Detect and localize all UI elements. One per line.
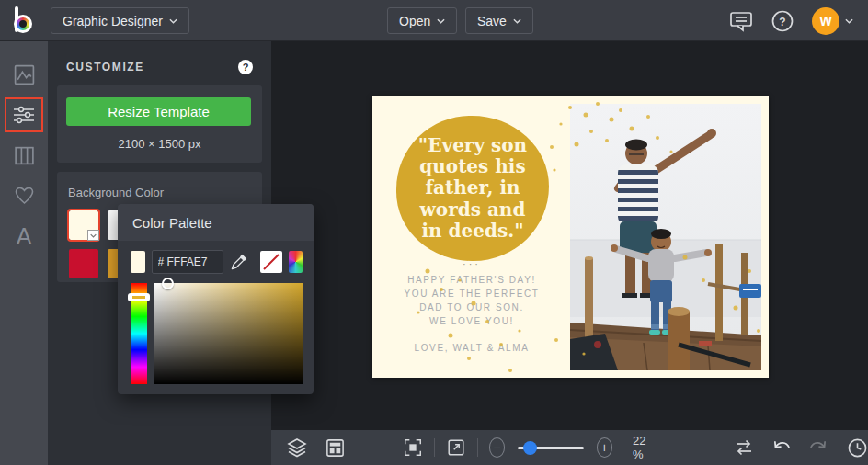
undo-button[interactable] [771,438,793,457]
app-title-menu[interactable]: Graphic Designer [51,7,189,34]
open-label: Open [399,14,430,28]
zoom-percent: 22 % [633,434,654,461]
fit-screen-icon [403,437,423,458]
save-label: Save [477,14,507,28]
sidebar-item-favorites[interactable] [0,176,48,216]
active-tool-outline [5,97,43,132]
avatar: W [812,7,839,35]
redo-button[interactable] [807,438,828,457]
no-color-swatch[interactable] [260,251,282,273]
layers-icon [286,437,308,459]
chevron-down-icon [90,233,97,238]
undo-icon [771,438,793,457]
canvas-workspace[interactable]: "Every son quotes his father, in words a… [271,41,868,430]
card-message[interactable]: HAPPY FATHER'S DAY! YOU ARE THE PERFECT … [372,273,571,328]
zoom-in-button[interactable]: + [597,437,612,458]
tool-rail: A [0,41,48,465]
fullscreen-button[interactable] [446,437,466,458]
layers-button[interactable] [286,437,308,459]
toolbar-divider [434,438,435,457]
color-palette-title: Color Palette [118,204,314,241]
layout-icon [325,437,346,459]
heart-icon [13,185,36,207]
zoom-slider-handle[interactable] [523,441,537,455]
hue-slider[interactable] [131,283,147,384]
saturation-value-handle[interactable] [162,278,174,289]
chevron-down-icon [513,18,521,24]
open-menu-button[interactable]: Open [387,7,457,34]
current-color-swatch[interactable] [131,251,145,273]
resize-section: Resize Template 2100 × 1500 px [57,85,262,163]
sidebar-item-image-manager[interactable] [0,54,48,95]
hue-slider-handle[interactable] [128,293,150,301]
card-signature[interactable]: LOVE, WALT & ALMA [372,343,571,353]
save-menu-button[interactable]: Save [465,7,533,34]
quote-text: "Every son quotes his father, in words a… [418,135,527,243]
history-clock-icon [847,437,868,459]
expand-icon [446,437,466,458]
quote-circle[interactable]: "Every son quotes his father, in words a… [396,116,549,261]
zoom-slider[interactable] [518,447,584,449]
panel-title: CUSTOMIZE [66,61,144,74]
question-mark-icon: ? [771,10,794,32]
rainbow-swatch[interactable] [289,251,303,273]
color-palette-popup: Color Palette [118,204,314,394]
app-title-label: Graphic Designer [63,14,163,28]
chevron-down-icon [437,18,445,24]
no-color-diagonal-icon [260,251,282,273]
image-icon [13,63,36,86]
saturation-value-picker[interactable] [154,283,303,384]
chevron-down-icon [169,18,177,24]
history-button[interactable] [847,437,868,459]
toolbar-divider [477,438,478,457]
divider-dots: ··· [372,258,571,269]
swatch-dropdown-tag[interactable] [87,230,99,241]
graphic-designer-app: Graphic Designer Open Save [0,0,868,465]
redo-icon [807,438,828,457]
sidebar-item-customize[interactable] [0,95,48,135]
eyedropper-button[interactable] [230,254,247,271]
help-button[interactable]: ? [771,10,794,32]
sidebar-item-templates[interactable] [0,135,48,176]
swap-arrows-icon [733,437,755,458]
template-dimensions: 2100 × 1500 px [66,137,253,151]
zoom-out-button[interactable]: − [489,437,505,458]
design-card[interactable]: "Every son quotes his father, in words a… [372,96,769,378]
background-color-label: Background Color [68,186,253,199]
hex-color-input[interactable] [152,250,223,274]
befunky-logo-icon[interactable] [9,5,40,36]
sidebar-item-text[interactable]: A [0,216,48,256]
swatch-red[interactable] [69,249,98,278]
card-photo[interactable] [570,104,761,370]
panel-help-icon[interactable]: ? [238,60,253,74]
letter-a-icon: A [17,223,32,250]
account-menu-button[interactable]: W [812,7,853,35]
feedback-chat-button[interactable] [729,10,753,32]
columns-icon [13,144,36,167]
top-bar: Graphic Designer Open Save [0,0,868,41]
resize-template-button[interactable]: Resize Template [66,97,251,126]
chevron-down-icon [845,18,853,24]
svg-text:?: ? [779,15,785,28]
chat-bubble-icon [729,10,753,32]
template-manager-button[interactable] [325,437,346,459]
eyedropper-icon [230,254,247,271]
bottom-toolbar: − + 22 % [271,430,868,465]
fit-to-screen-button[interactable] [403,437,423,458]
transform-button[interactable] [733,437,755,458]
swatch-cream-selected[interactable] [69,210,98,240]
